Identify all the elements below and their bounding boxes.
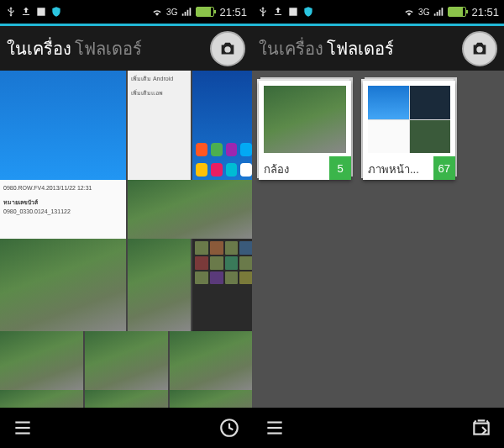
svg-point-0 [224, 46, 230, 52]
thumbnail[interactable] [128, 239, 191, 331]
signal-icon [433, 6, 444, 18]
folder-name: กล้อง [264, 156, 329, 180]
upload-icon [272, 6, 284, 18]
camera-icon [218, 40, 237, 58]
folder-thumbnail [264, 86, 346, 153]
camera-button[interactable] [210, 31, 245, 66]
shield-icon [302, 6, 314, 18]
thumbnail[interactable]: 0980.ROW.FV4.2013/11/22 12:31 หมายเลขบัว… [0, 180, 126, 239]
menu-icon[interactable] [12, 417, 34, 439]
svg-point-5 [476, 46, 482, 52]
network-type: 3G [166, 8, 177, 17]
thumbnail[interactable] [0, 71, 126, 180]
thumbnail[interactable] [0, 331, 83, 390]
battery-icon [448, 7, 466, 17]
network-type: 3G [418, 8, 429, 17]
status-bar: 3G 21:51 [252, 0, 504, 24]
picture-icon [287, 6, 299, 18]
bottom-bar [0, 408, 252, 448]
thumbnail[interactable] [0, 390, 83, 408]
thumbnail[interactable] [128, 180, 252, 239]
thumbnail[interactable] [0, 239, 126, 331]
folder-thumbnail [368, 86, 450, 153]
gallery-header: ในเครื่อง โฟลเดอร์ [252, 24, 504, 71]
battery-icon [196, 7, 214, 17]
status-bar: 3G 21:51 [0, 0, 252, 24]
thumbnail[interactable] [192, 71, 252, 180]
thumbnail[interactable] [192, 239, 252, 331]
menu-icon[interactable] [264, 417, 286, 439]
picture-icon [35, 6, 47, 18]
folder-screenshots[interactable]: ภาพหน้า... 67 [363, 81, 455, 180]
tab-folder[interactable]: โฟลเดอร์ [327, 35, 394, 62]
gallery-header: ในเครื่อง โฟลเดอร์ [0, 24, 252, 71]
folder-name: ภาพหน้า... [368, 156, 433, 180]
thumbnail[interactable] [85, 331, 168, 390]
clock: 21:51 [471, 6, 499, 18]
usb-icon [5, 6, 17, 18]
recent-icon[interactable] [218, 417, 240, 439]
svg-rect-9 [474, 424, 488, 435]
upload-icon [20, 6, 32, 18]
thumbnail[interactable] [170, 331, 252, 390]
clock: 21:51 [219, 6, 247, 18]
tab-device[interactable]: ในเครื่อง [259, 35, 323, 62]
slideshow-icon[interactable] [470, 417, 492, 439]
tab-device[interactable]: ในเครื่อง [7, 35, 71, 62]
phone-screen-device: 3G 21:51 ในเครื่อง โฟลเดอร์ เพิ่มเติม An… [0, 0, 252, 448]
camera-button[interactable] [462, 31, 497, 66]
bottom-bar [252, 408, 504, 448]
camera-icon [470, 40, 489, 58]
thumbnail[interactable]: เพิ่มเติม Androidเพิ่มเติมแอพ [128, 71, 191, 180]
thumbnail[interactable] [85, 390, 168, 408]
usb-icon [257, 6, 269, 18]
folder-count-badge: 67 [433, 156, 455, 180]
wifi-icon [403, 6, 415, 18]
signal-icon [181, 6, 192, 18]
wifi-icon [151, 6, 163, 18]
phone-screen-folder: 3G 21:51 ในเครื่อง โฟลเดอร์ กล้อง 5 [252, 0, 504, 448]
tab-folder[interactable]: โฟลเดอร์ [75, 35, 142, 62]
shield-icon [50, 6, 62, 18]
folder-count-badge: 5 [329, 156, 351, 180]
thumbnail[interactable] [170, 390, 252, 408]
folder-grid: กล้อง 5 ภาพหน้า... 67 [252, 71, 504, 408]
photo-grid[interactable]: เพิ่มเติม Androidเพิ่มเติมแอพ [0, 71, 252, 408]
folder-camera[interactable]: กล้อง 5 [259, 81, 351, 180]
